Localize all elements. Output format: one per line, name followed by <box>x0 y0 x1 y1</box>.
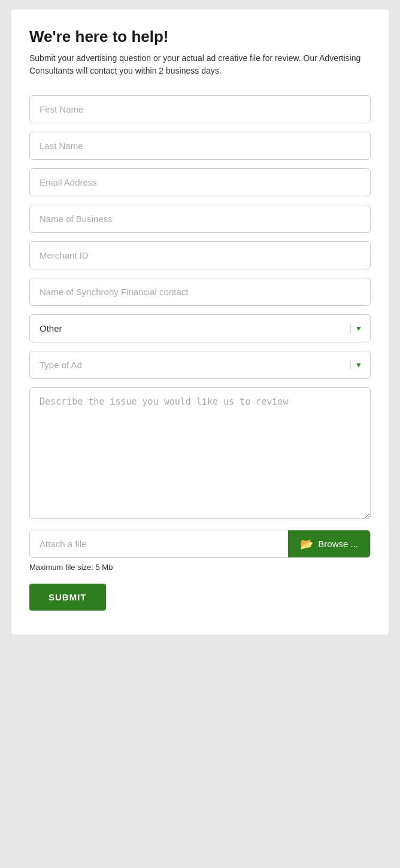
description-textarea[interactable] <box>29 387 371 519</box>
merchant-id-group <box>29 241 371 269</box>
category-select-wrapper: Other Option 1 Option 2 <box>29 314 371 342</box>
page-wrapper: We're here to help! Submit your advertis… <box>0 0 400 868</box>
browse-label: Browse ... <box>318 539 358 549</box>
email-group <box>29 168 371 196</box>
last-name-input[interactable] <box>29 132 371 160</box>
synchrony-contact-group <box>29 278 371 306</box>
email-input[interactable] <box>29 168 371 196</box>
category-dropdown-group: Other Option 1 Option 2 <box>29 314 371 342</box>
page-title: We're here to help! <box>29 28 371 46</box>
page-subtitle: Submit your advertising question or your… <box>29 52 371 77</box>
folder-icon: 📂 <box>300 538 313 551</box>
last-name-group <box>29 132 371 160</box>
attach-file-label: Attach a file <box>30 530 288 557</box>
description-group <box>29 387 371 521</box>
first-name-group <box>29 95 371 123</box>
synchrony-contact-input[interactable] <box>29 278 371 306</box>
merchant-id-input[interactable] <box>29 241 371 269</box>
file-size-note: Maximum file size: 5 Mb <box>29 563 371 572</box>
browse-button[interactable]: 📂 Browse ... <box>288 530 370 557</box>
type-of-ad-select-wrapper: Type of Ad Print Digital TV Radio <box>29 351 371 379</box>
type-of-ad-dropdown-group: Type of Ad Print Digital TV Radio <box>29 351 371 379</box>
file-attach-group: Attach a file 📂 Browse ... Maximum file … <box>29 530 371 572</box>
file-attach-row: Attach a file 📂 Browse ... <box>29 530 371 558</box>
submit-button[interactable]: SUBMIT <box>29 584 106 611</box>
business-name-input[interactable] <box>29 205 371 233</box>
category-select[interactable]: Other Option 1 Option 2 <box>29 314 371 342</box>
first-name-input[interactable] <box>29 95 371 123</box>
form-card: We're here to help! Submit your advertis… <box>11 10 389 635</box>
type-of-ad-select[interactable]: Type of Ad Print Digital TV Radio <box>29 351 371 379</box>
business-name-group <box>29 205 371 233</box>
